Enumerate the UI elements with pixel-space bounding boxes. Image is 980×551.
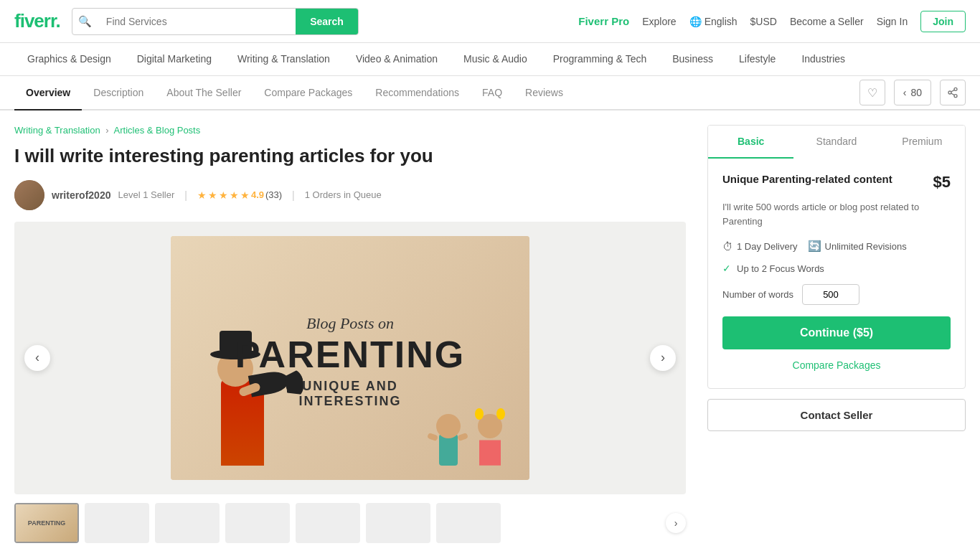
tab-standard[interactable]: Standard (793, 126, 879, 159)
search-icon: 🔍 (72, 9, 98, 34)
cat-nav-industries[interactable]: Industries (788, 43, 858, 76)
seller-info: writerof2020 Level 1 Seller | ★ ★ ★ ★ ★ … (14, 180, 686, 210)
star-1: ★ (197, 189, 207, 201)
header-nav: Fiverr Pro Explore 🌐 English $USD Become… (578, 11, 966, 32)
explore-link[interactable]: Explore (642, 16, 676, 27)
package-box: Basic Standard Premium Unique Parenting-… (707, 125, 966, 389)
sub-nav-faq[interactable]: FAQ (471, 76, 514, 110)
sub-nav-about-seller[interactable]: About The Seller (155, 76, 253, 110)
star-2: ★ (208, 189, 217, 201)
divider: | (184, 189, 187, 201)
cat-nav-music[interactable]: Music & Audio (451, 43, 540, 76)
star-5: ★ (240, 189, 250, 201)
svg-point-2 (954, 95, 957, 98)
sub-nav: Overview Description About The Seller Co… (0, 76, 980, 110)
star-4: ★ (230, 189, 239, 201)
kids-illustration (430, 408, 508, 466)
svg-line-3 (951, 93, 955, 95)
cat-nav-lifestyle[interactable]: Lifestyle (726, 43, 788, 76)
favorite-button[interactable]: ♡ (859, 80, 885, 105)
search-input[interactable] (98, 9, 296, 34)
svg-point-1 (948, 91, 951, 94)
gig-title: I will write interesting parenting artic… (14, 144, 686, 169)
compare-packages-link[interactable]: Compare Packages (722, 357, 951, 374)
seller-level: Level 1 Seller (118, 189, 174, 200)
image-blog-text: Blog Posts on (235, 314, 465, 333)
sub-nav-recommendations[interactable]: Recommendations (364, 76, 471, 110)
cat-nav-writing[interactable]: Writing & Translation (225, 43, 343, 76)
image-unique-text: UNIQUE ANDINTERESTING (235, 379, 465, 409)
refresh-icon: 🔄 (808, 240, 821, 253)
feature-revisions: 🔄 Unlimited Revisions (808, 240, 907, 253)
join-button[interactable]: Join (920, 11, 966, 32)
favorite-count: ‹ 80 (894, 80, 931, 105)
thumbnail-next-button[interactable]: › (666, 513, 686, 533)
divider2: | (292, 189, 295, 201)
thumbnail-3[interactable] (155, 503, 220, 543)
fiverr-pro-link[interactable]: Fiverr Pro (578, 15, 629, 27)
cat-nav-video[interactable]: Video & Animation (343, 43, 451, 76)
logo: fiverr. (14, 10, 60, 32)
star-3: ★ (219, 189, 228, 201)
feature-delivery: ⏱ 1 Day Delivery (722, 240, 798, 253)
image-carousel: ‹ (14, 222, 686, 494)
thumbnail-4[interactable] (225, 503, 290, 543)
revisions-text: Unlimited Revisions (825, 241, 907, 252)
rating-value: 4.9 (251, 189, 264, 200)
thumbnail-2[interactable] (85, 503, 149, 543)
sub-nav-reviews[interactable]: Reviews (514, 76, 575, 110)
image-parenting-text: PARENTING (235, 336, 465, 373)
tab-premium[interactable]: Premium (880, 126, 965, 159)
thumbnail-7[interactable] (436, 503, 501, 543)
words-row: Number of words (722, 284, 951, 305)
image-text-overlay: Blog Posts on PARENTING UNIQUE ANDINTERE… (235, 307, 465, 409)
currency-selector[interactable]: $USD (750, 16, 777, 27)
language-label: English (705, 16, 738, 27)
clock-icon: ⏱ (722, 240, 733, 253)
left-column: Writing & Translation › Articles & Blog … (14, 125, 686, 543)
breadcrumb-subcat[interactable]: Articles & Blog Posts (114, 125, 201, 136)
count-value: 80 (910, 87, 922, 98)
thumbnail-6[interactable] (366, 503, 430, 543)
breadcrumb: Writing & Translation › Articles & Blog … (14, 125, 686, 136)
breadcrumb-sep: › (105, 125, 108, 136)
package-price: $5 (933, 173, 951, 192)
share-button[interactable] (940, 80, 966, 105)
carousel-prev-button[interactable]: ‹ (24, 345, 50, 371)
carousel-main-image: Blog Posts on PARENTING UNIQUE ANDINTERE… (171, 236, 529, 480)
sub-nav-description[interactable]: Description (82, 76, 155, 110)
svg-point-0 (954, 88, 957, 90)
sub-nav-overview[interactable]: Overview (14, 76, 82, 110)
category-nav: Graphics & Design Digital Marketing Writ… (0, 43, 980, 76)
cat-nav-programming[interactable]: Programming & Tech (540, 43, 659, 76)
sign-in-link[interactable]: Sign In (877, 16, 908, 27)
thumbnail-5[interactable] (296, 503, 360, 543)
sub-nav-compare[interactable]: Compare Packages (253, 76, 364, 110)
seller-name[interactable]: writerof2020 (52, 189, 110, 201)
cat-nav-business[interactable]: Business (659, 43, 726, 76)
package-check-item: ✓ Up to 2 Focus Words (722, 263, 951, 274)
carousel-next-button[interactable]: › (650, 345, 676, 371)
cat-nav-graphics[interactable]: Graphics & Design (14, 43, 124, 76)
tab-basic[interactable]: Basic (708, 126, 793, 159)
thumbnail-1[interactable]: PARENTING (14, 503, 79, 543)
search-button[interactable]: Search (296, 9, 358, 34)
cat-nav-digital[interactable]: Digital Marketing (124, 43, 225, 76)
contact-seller-button[interactable]: Contact Seller (707, 399, 966, 431)
logo-dot: . (56, 10, 60, 32)
globe-icon: 🌐 (689, 16, 702, 27)
checkmark-icon: ✓ (722, 263, 731, 274)
chevron-left-icon: ‹ (903, 87, 907, 98)
breadcrumb-cat[interactable]: Writing & Translation (14, 125, 100, 136)
become-seller-link[interactable]: Become a Seller (790, 16, 864, 27)
logo-text: fiverr (14, 10, 56, 32)
continue-button[interactable]: Continue ($5) (722, 316, 951, 349)
star-rating: ★ ★ ★ ★ ★ 4.9 (33) (197, 189, 282, 201)
sub-nav-actions: ♡ ‹ 80 (859, 80, 966, 105)
package-tabs: Basic Standard Premium (708, 126, 965, 159)
words-input[interactable] (802, 284, 859, 305)
language-selector[interactable]: 🌐 English (689, 16, 738, 27)
delivery-text: 1 Day Delivery (737, 241, 798, 252)
package-title: Unique Parenting-related content (722, 173, 933, 185)
package-description: I'll write 500 words article or blog pos… (722, 200, 951, 228)
